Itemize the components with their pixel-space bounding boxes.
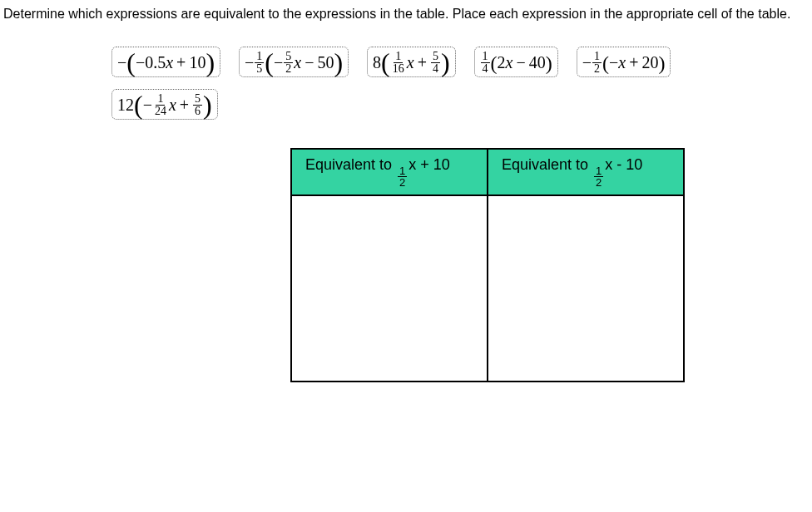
column-header-plus10: Equivalent to 12x + 10 bbox=[291, 149, 488, 195]
expression-chip-c[interactable]: 8 ( 116 x+ 54 ) bbox=[367, 47, 455, 77]
expression-chip-b[interactable]: − 15 ( − 52 x−50 ) bbox=[239, 47, 349, 77]
expression-chip-a[interactable]: −(−0.5x+10) bbox=[111, 47, 220, 77]
drop-zone-minus10[interactable] bbox=[488, 195, 684, 382]
column-header-minus10: Equivalent to 12x - 10 bbox=[488, 149, 684, 195]
expression-chip-e[interactable]: − 12 ( −x+20 ) bbox=[577, 47, 671, 77]
expression-chip-f[interactable]: 12 ( − 124 x+ 56 ) bbox=[111, 89, 218, 120]
drop-target-table: Equivalent to 12x + 10 Equivalent to 12x… bbox=[290, 148, 685, 382]
draggable-chip-bank: −(−0.5x+10) − 15 ( − 52 x−50 ) 8 ( 116 x… bbox=[111, 47, 809, 120]
instruction-text: Determine which expressions are equivale… bbox=[3, 5, 809, 23]
expression-chip-d[interactable]: 14 ( 2x−40 ) bbox=[474, 47, 558, 77]
drop-zone-plus10[interactable] bbox=[291, 195, 488, 382]
